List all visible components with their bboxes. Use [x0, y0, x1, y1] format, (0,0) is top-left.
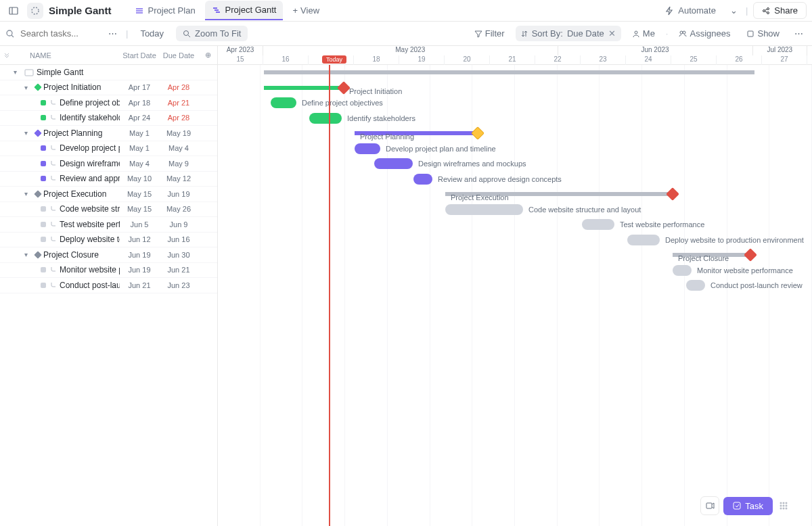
gantt-bar[interactable]: Code website structure and layout: [445, 204, 523, 215]
me-button[interactable]: Me: [627, 26, 660, 41]
start-date-cell[interactable]: May 4: [120, 160, 159, 168]
due-date-cell[interactable]: Apr 28: [159, 114, 198, 122]
gantt-bar[interactable]: Project Initiation: [264, 86, 344, 90]
start-date-cell[interactable]: Apr 24: [120, 114, 159, 122]
new-task-button[interactable]: Task: [723, 497, 773, 515]
task-row[interactable]: Code website structure and layoutMay 15M…: [0, 202, 217, 218]
start-date-cell[interactable]: Jun 12: [120, 235, 159, 243]
due-date-cell[interactable]: May 19: [159, 129, 198, 137]
zoom-to-fit-button[interactable]: Zoom To Fit: [176, 26, 248, 41]
gantt-bar[interactable]: Conduct post-launch review: [686, 280, 705, 291]
due-date-cell[interactable]: Jun 16: [159, 235, 198, 243]
task-row[interactable]: Deploy website to production environment…: [0, 233, 217, 248]
apps-button[interactable]: [777, 494, 790, 518]
automate-dropdown[interactable]: ⌄: [728, 5, 740, 16]
task-row[interactable]: Design wireframes and mockupsMay 4May 9: [0, 156, 217, 172]
due-date-cell[interactable]: Jun 23: [159, 281, 198, 289]
task-row[interactable]: Review and approve design conceptsMay 10…: [0, 172, 217, 187]
sort-chip[interactable]: Sort By: Due Date ✕: [516, 26, 621, 41]
milestone-diamond-icon[interactable]: [744, 248, 757, 262]
gantt-bar[interactable]: Design wireframes and mockups: [374, 158, 413, 169]
task-row[interactable]: Develop project plan and timelineMay 1Ma…: [0, 141, 217, 157]
due-date-cell[interactable]: Apr 28: [159, 83, 198, 91]
due-date-cell[interactable]: Jun 21: [159, 266, 198, 274]
task-row[interactable]: Test website performanceJun 5Jun 9: [0, 217, 217, 233]
start-date-cell[interactable]: May 15: [120, 205, 159, 213]
task-row[interactable]: ▾Project InitiationApr 17Apr 28: [0, 80, 217, 96]
caret-icon[interactable]: ▾: [24, 251, 32, 258]
record-button[interactable]: [700, 496, 719, 515]
start-date-cell[interactable]: Apr 17: [120, 83, 159, 91]
clear-sort-icon[interactable]: ✕: [608, 28, 616, 39]
gantt-bar-label: Code website structure and layout: [528, 206, 641, 214]
due-date-cell[interactable]: May 26: [159, 205, 198, 213]
caret-icon[interactable]: ▾: [24, 129, 32, 137]
start-date-cell[interactable]: May 1: [120, 129, 159, 137]
task-row[interactable]: Identify stakeholdersApr 24Apr 28: [0, 111, 217, 126]
gantt-bar[interactable]: Project Execution: [445, 192, 673, 196]
show-button[interactable]: Show: [741, 26, 785, 41]
task-row[interactable]: ▾Project ExecutionMay 15Jun 19: [0, 187, 217, 202]
start-date-cell[interactable]: May 15: [120, 190, 159, 198]
start-date-cell[interactable]: Jun 21: [120, 281, 159, 289]
milestone-diamond-icon[interactable]: [471, 126, 484, 140]
svg-rect-8: [216, 11, 220, 13]
add-view-button[interactable]: + View: [286, 1, 326, 20]
due-date-cell[interactable]: May 9: [159, 160, 198, 168]
due-date-cell[interactable]: Jun 30: [159, 251, 198, 259]
automate-button[interactable]: Automate: [658, 3, 723, 18]
task-row[interactable]: ▾Simple Gantt: [0, 65, 217, 80]
add-column-button[interactable]: ⊕: [198, 51, 217, 59]
share-button[interactable]: Share: [753, 2, 807, 19]
sidebar-toggle-icon[interactable]: [5, 3, 22, 19]
more-options[interactable]: ⋯: [790, 26, 807, 42]
task-row[interactable]: Monitor website performanceJun 19Jun 21: [0, 263, 217, 279]
gantt-bar[interactable]: Monitor website performance: [673, 265, 692, 276]
svg-rect-0: [9, 7, 18, 14]
gantt-bar[interactable]: Test website performance: [582, 219, 614, 230]
tab-project-plan[interactable]: Project Plan: [128, 1, 202, 20]
expand-all-toggle[interactable]: [0, 52, 14, 59]
task-row[interactable]: ▾Project ClosureJun 19Jun 30: [0, 247, 217, 263]
gantt-bar[interactable]: [264, 70, 754, 74]
column-name-header[interactable]: NAME: [14, 51, 120, 59]
due-date-cell[interactable]: May 12: [159, 174, 198, 183]
due-date-cell[interactable]: Jun 19: [159, 190, 198, 198]
assignees-button[interactable]: Assignees: [673, 26, 736, 41]
gantt-bar[interactable]: Project Planning: [355, 131, 478, 135]
task-row[interactable]: Define project objectivesApr 18Apr 21: [0, 95, 217, 111]
search-options[interactable]: ⋯: [104, 26, 120, 42]
row-name: Define project objectives: [60, 98, 120, 107]
due-date-cell[interactable]: Apr 21: [159, 99, 198, 107]
milestone-diamond-icon[interactable]: [337, 81, 351, 95]
week-header: 26: [717, 55, 762, 65]
start-date-cell[interactable]: Jun 5: [120, 220, 159, 229]
search-input[interactable]: [20, 28, 102, 39]
gantt-bar[interactable]: Deploy website to production environment: [627, 235, 660, 245]
start-date-cell[interactable]: May 1: [120, 144, 159, 152]
milestone-diamond-icon[interactable]: [666, 187, 679, 201]
start-date-cell[interactable]: Jun 19: [120, 266, 159, 274]
gantt-bar[interactable]: Develop project plan and timeline: [355, 143, 380, 154]
zoom-icon: [183, 30, 191, 38]
gantt-bar[interactable]: Define project objectives: [271, 97, 296, 108]
row-name: Identify stakeholders: [60, 113, 120, 122]
due-date-cell[interactable]: May 4: [159, 144, 198, 152]
gantt-bar[interactable]: Review and approve design concepts: [413, 174, 432, 185]
due-date-cell[interactable]: Jun 9: [159, 220, 198, 229]
filter-button[interactable]: Filter: [469, 26, 510, 41]
task-row[interactable]: ▾Project PlanningMay 1May 19: [0, 126, 217, 141]
column-start-header[interactable]: Start Date: [120, 51, 159, 59]
start-date-cell[interactable]: Jun 19: [120, 251, 159, 259]
gantt-bar[interactable]: Identify stakeholders: [309, 113, 342, 124]
today-button[interactable]: Today: [133, 26, 171, 41]
caret-icon[interactable]: ▾: [24, 190, 32, 197]
start-date-cell[interactable]: May 10: [120, 174, 159, 183]
gantt-bar[interactable]: Project Closure: [673, 253, 750, 257]
task-row[interactable]: Conduct post-launch reviewJun 21Jun 23: [0, 278, 217, 293]
column-due-header[interactable]: Due Date: [159, 51, 198, 59]
caret-icon[interactable]: ▾: [14, 68, 22, 76]
caret-icon[interactable]: ▾: [24, 84, 32, 91]
tab-project-gantt[interactable]: Project Gantt: [205, 1, 284, 20]
start-date-cell[interactable]: Apr 18: [120, 99, 159, 107]
